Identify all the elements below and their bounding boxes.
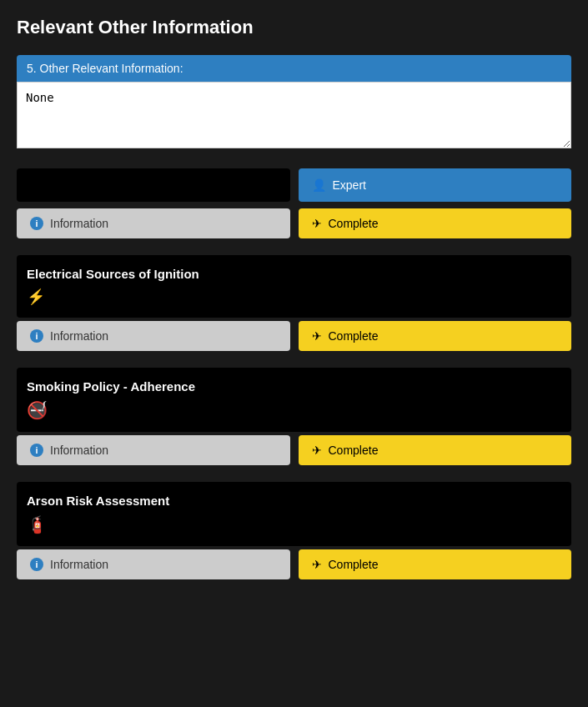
lightning-icon: ⚡ bbox=[27, 288, 45, 305]
information-label-2: Information bbox=[50, 329, 108, 343]
information-label-4: Information bbox=[50, 558, 108, 571]
information-button-4[interactable]: i Information bbox=[17, 549, 290, 579]
electrical-title: Electrical Sources of Ignition bbox=[27, 267, 561, 281]
complete-button-4[interactable]: ✈ Complete bbox=[299, 549, 572, 579]
section5-textarea[interactable]: None bbox=[17, 82, 571, 148]
information-button-1[interactable]: i Information bbox=[17, 208, 290, 238]
info-icon-4: i bbox=[30, 558, 43, 571]
complete-label-4: Complete bbox=[329, 558, 379, 571]
info-complete-row-1: i Information ✈ Complete bbox=[17, 208, 571, 238]
info-complete-row-2: i Information ✈ Complete bbox=[17, 321, 571, 351]
smoking-section-block: Smoking Policy - Adherence 🚭 bbox=[17, 368, 571, 432]
dark-button-1[interactable] bbox=[17, 168, 290, 202]
info-complete-row-4: i Information ✈ Complete bbox=[17, 549, 571, 579]
info-icon-1: i bbox=[30, 217, 43, 230]
section5-wrapper: 5. Other Relevant Information: None bbox=[17, 55, 571, 152]
information-button-2[interactable]: i Information bbox=[17, 321, 290, 351]
info-icon-2: i bbox=[30, 329, 43, 343]
expert-label: Expert bbox=[333, 178, 366, 192]
complete-label-2: Complete bbox=[329, 329, 379, 343]
complete-icon-3: ✈ bbox=[312, 444, 322, 457]
information-label-1: Information bbox=[50, 217, 108, 230]
arson-icon: 🧯 bbox=[27, 515, 48, 534]
complete-button-1[interactable]: ✈ Complete bbox=[299, 208, 572, 238]
arson-title: Arson Risk Assessment bbox=[27, 494, 561, 508]
info-icon-3: i bbox=[30, 444, 43, 457]
arson-section-block: Arson Risk Assessment 🧯 bbox=[17, 482, 571, 546]
complete-label-3: Complete bbox=[329, 444, 379, 457]
no-smoking-icon: 🚭 bbox=[27, 401, 48, 419]
complete-icon-4: ✈ bbox=[312, 558, 322, 571]
expert-button[interactable]: 👤 Expert bbox=[299, 168, 572, 202]
information-label-3: Information bbox=[50, 444, 108, 457]
complete-icon-1: ✈ bbox=[312, 217, 322, 230]
user-icon: 👤 bbox=[312, 178, 326, 192]
complete-label-1: Complete bbox=[329, 217, 379, 230]
complete-button-2[interactable]: ✈ Complete bbox=[299, 321, 572, 351]
smoking-title: Smoking Policy - Adherence bbox=[27, 379, 561, 394]
page-title: Relevant Other Information bbox=[17, 17, 571, 38]
section5-label: 5. Other Relevant Information: bbox=[17, 55, 571, 82]
complete-button-3[interactable]: ✈ Complete bbox=[299, 435, 572, 465]
electrical-section-block: Electrical Sources of Ignition ⚡ bbox=[17, 255, 571, 318]
expert-button-row: 👤 Expert bbox=[17, 168, 571, 202]
information-button-3[interactable]: i Information bbox=[17, 435, 290, 465]
info-complete-row-3: i Information ✈ Complete bbox=[17, 435, 571, 465]
complete-icon-2: ✈ bbox=[312, 329, 322, 343]
